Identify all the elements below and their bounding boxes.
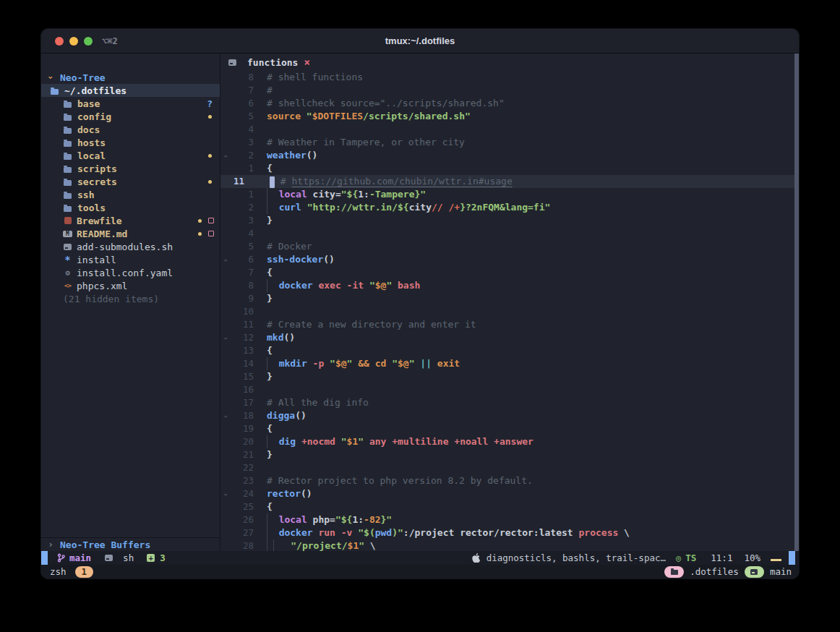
code-line[interactable]: 28 "/project/$1" \ [220, 539, 799, 551]
code-line[interactable]: 13{ [220, 344, 799, 357]
tree-item[interactable]: tools [41, 201, 220, 214]
code-line[interactable]: 26 local php="${1:-82}" [220, 513, 799, 526]
code-line[interactable]: 7{ [220, 266, 799, 279]
tree-item[interactable]: Brewfile [41, 214, 220, 227]
code-line[interactable]: 21} [220, 448, 799, 461]
code-line[interactable]: 3} [220, 214, 799, 227]
line-number: 11 [231, 175, 257, 188]
code-line[interactable]: ›2weather() [220, 149, 799, 162]
tree-item[interactable]: scripts [41, 162, 220, 175]
tree-item[interactable]: ssh [41, 188, 220, 201]
folder-icon [64, 141, 72, 147]
tmux-window-index[interactable]: 1 [75, 566, 94, 578]
scrollbar[interactable] [794, 54, 799, 551]
code-line[interactable]: 8 docker exec -it "$@" bash [220, 279, 799, 292]
neotree-buffers-section[interactable]: › Neo-Tree Buffers [41, 537, 220, 551]
tree-item[interactable]: *install [41, 253, 220, 266]
statusline-right-cap [789, 551, 795, 565]
tree-item[interactable]: add-submodules.sh [41, 240, 220, 253]
code-line[interactable]: 5# Docker [220, 240, 799, 253]
folder-icon [64, 128, 72, 134]
code-line[interactable]: 5source "$DOTFILES/scripts/shared.sh" [220, 110, 799, 123]
indent-guide-icon [267, 201, 273, 214]
terminal-window: ⌥⌘2 tmux:~/.dotfiles › Neo-Tree ~/.dotfi… [41, 29, 799, 578]
fold-column[interactable]: › [220, 331, 231, 345]
code-line[interactable]: 3# Weather in Tampere, or other city [220, 136, 799, 149]
neotree-header[interactable]: › Neo-Tree [41, 71, 220, 84]
fold-column[interactable]: › [220, 409, 231, 423]
tree-item[interactable]: ~/.dotfiles [41, 84, 220, 97]
close-window-button[interactable] [55, 37, 64, 46]
folder-icon [64, 154, 72, 160]
line-number: 6 [231, 97, 254, 110]
code-line[interactable]: 25{ [220, 500, 799, 513]
markdown-icon: M [63, 231, 72, 237]
code-line[interactable]: 11# Create a new directory and enter it [220, 318, 799, 331]
tree-item[interactable]: config [41, 110, 220, 123]
code-line[interactable]: 19{ [220, 422, 799, 435]
tree-item-label: install.conf.yaml [77, 268, 173, 278]
code-line[interactable]: 1 local city="${1:-Tampere}" [220, 188, 799, 201]
indent-guide-icon [267, 513, 273, 526]
code-line[interactable]: 14 mkdir -p "$@" && cd "$@" || exit [220, 357, 799, 370]
code-line[interactable]: ›6ssh-docker() [220, 253, 799, 266]
tree-item[interactable]: hosts [41, 136, 220, 149]
line-number: 2 [231, 149, 254, 162]
fold-column[interactable]: › [220, 253, 231, 267]
code-line[interactable]: 20 dig +nocmd "$1" any +multiline +noall… [220, 435, 799, 448]
code-line[interactable]: 16 [220, 383, 799, 396]
xml-icon: <> [64, 282, 71, 289]
line-number: 6 [231, 253, 254, 266]
fold-chevron-icon: › [220, 153, 232, 158]
code-line[interactable]: ›18digga() [220, 409, 799, 422]
tab-close-icon[interactable]: × [304, 57, 309, 67]
code-line[interactable]: 1{ [220, 162, 799, 175]
tmux-pane-name: main [770, 566, 792, 577]
code-line[interactable]: 10 [220, 305, 799, 318]
folder-icon [64, 193, 72, 199]
tab-functions[interactable]: functions [247, 57, 298, 68]
code-line[interactable]: 23# Rector project to php version 8.2 by… [220, 474, 799, 487]
code-line[interactable]: 15} [220, 370, 799, 383]
lsp-clients-label: diagnosticls, bashls, trail-spac… [487, 552, 666, 563]
indent-guide-icon [267, 279, 273, 292]
tree-item[interactable]: ⚙install.conf.yaml [41, 266, 220, 279]
code-line[interactable]: ›24rector() [220, 487, 799, 500]
tree-item[interactable]: docs [41, 123, 220, 136]
treesitter-label: TS [685, 552, 696, 563]
fold-column[interactable]: › [220, 149, 231, 163]
fold-column[interactable]: › [220, 487, 231, 501]
code-line[interactable]: 2 curl "http://wttr.in/${city// /+}?2nFQ… [220, 201, 799, 214]
code-line[interactable]: 8# shell functions [220, 71, 799, 84]
folder-icon [671, 570, 678, 575]
line-number: 12 [231, 331, 254, 344]
code-line[interactable]: 7# [220, 84, 799, 97]
fold-chevron-icon: › [220, 414, 232, 419]
line-number: 21 [231, 448, 254, 461]
tree-item[interactable]: MREADME.md [41, 227, 220, 240]
code-line[interactable]: 11 # https://github.com/chubin/wttr.in#u… [220, 175, 799, 188]
code-line[interactable]: 27 docker run -v "$(pwd)":/project recto… [220, 526, 799, 539]
line-number: 17 [231, 396, 254, 409]
statusline-left-cap [41, 551, 48, 565]
git-status-square-icon [208, 231, 214, 236]
code-line[interactable]: 17# All the dig info [220, 396, 799, 409]
tree-item[interactable]: base? [41, 97, 220, 110]
minimize-window-button[interactable] [69, 37, 78, 46]
line-number: 19 [231, 422, 254, 435]
neotree-sidebar: › Neo-Tree ~/.dotfilesbase?configdocshos… [41, 54, 220, 551]
code-line[interactable]: 22 [220, 461, 799, 474]
code-line[interactable]: 4 [220, 123, 799, 136]
tree-item[interactable]: <>phpcs.xml [41, 279, 220, 292]
window-title: tmux:~/.dotfiles [41, 35, 799, 46]
code-line[interactable]: ›12mkd() [220, 331, 799, 344]
code-line-text: # Create a new directory and enter it [267, 318, 799, 331]
tree-item[interactable]: local [41, 149, 220, 162]
zoom-window-button[interactable] [84, 37, 93, 46]
tree-item[interactable]: secrets [41, 175, 220, 188]
code-line[interactable]: 6# shellcheck source="../scripts/shared.… [220, 97, 799, 110]
code-line-text: source "$DOTFILES/scripts/shared.sh" [267, 110, 799, 123]
code-line[interactable]: 9} [220, 292, 799, 305]
indent-guide-icon [267, 188, 273, 201]
code-line[interactable]: 4 [220, 227, 799, 240]
